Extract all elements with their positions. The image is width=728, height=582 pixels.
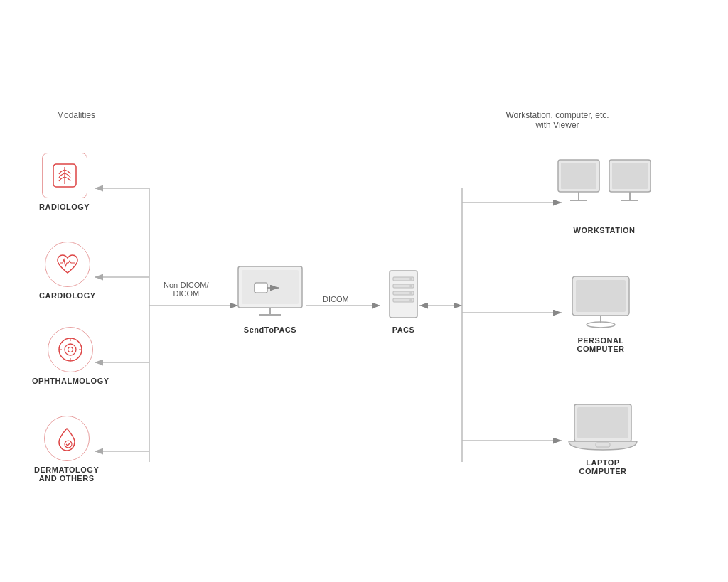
pacs-label: PACS xyxy=(392,325,415,334)
dicom-label: DICOM xyxy=(323,295,349,303)
cardiology-item: CARDIOLOGY xyxy=(39,242,96,300)
laptop-label: LAPTOPCOMPUTER xyxy=(579,458,627,475)
svg-point-20 xyxy=(68,347,73,352)
svg-point-18 xyxy=(59,338,82,361)
cardiology-icon xyxy=(45,242,90,287)
modalities-label: Modalities xyxy=(57,110,95,120)
radiology-icon xyxy=(42,153,87,198)
workstation-item: WORKSTATION xyxy=(555,156,654,235)
svg-rect-49 xyxy=(576,280,626,312)
workstation-section-label: Workstation, computer, etc.with Viewer xyxy=(486,110,628,130)
dermatology-icon xyxy=(44,416,90,461)
laptop-item: LAPTOPCOMPUTER xyxy=(567,402,638,475)
cardiology-label: CARDIOLOGY xyxy=(39,291,96,300)
laptop-icon xyxy=(567,402,638,453)
ophthalmology-item: OPHTHALMOLOGY xyxy=(32,327,109,385)
radiology-label: RADIOLOGY xyxy=(39,203,90,211)
ophthalmology-icon xyxy=(48,327,93,372)
radiology-item: RADIOLOGY xyxy=(39,153,90,211)
svg-point-36 xyxy=(410,278,412,281)
svg-point-25 xyxy=(65,441,72,448)
pacs-icon xyxy=(384,269,423,320)
svg-rect-41 xyxy=(561,163,596,189)
ophthalmology-label: OPHTHALMOLOGY xyxy=(32,377,109,385)
sendtopacs-label: SendToPACS xyxy=(244,325,296,334)
sendtopacs-icon xyxy=(235,263,306,320)
svg-point-19 xyxy=(65,344,76,355)
personal-computer-label: PERSONALCOMPUTER xyxy=(577,336,625,353)
pacs-item: PACS xyxy=(384,269,423,334)
svg-point-37 xyxy=(410,285,412,288)
dermatology-label: DERMATOLOGYAND OTHERS xyxy=(34,465,99,483)
dermatology-item: DERMATOLOGYAND OTHERS xyxy=(34,416,99,483)
sendtopacs-item: SendToPACS xyxy=(235,263,306,334)
workstation-icon xyxy=(555,156,654,220)
svg-rect-28 xyxy=(255,283,267,293)
svg-rect-27 xyxy=(242,270,299,304)
svg-point-51 xyxy=(587,322,615,328)
svg-rect-53 xyxy=(577,407,628,438)
personal-computer-icon xyxy=(569,274,633,330)
workstation-label: WORKSTATION xyxy=(574,226,636,235)
non-dicom-label: Non-DICOM/DICOM xyxy=(164,281,209,298)
svg-rect-45 xyxy=(612,163,648,189)
svg-point-39 xyxy=(410,299,412,302)
svg-point-38 xyxy=(410,292,412,295)
personal-computer-item: PERSONALCOMPUTER xyxy=(569,274,633,353)
diagram-container: Modalities Workstation, computer, etc.wi… xyxy=(0,0,728,582)
